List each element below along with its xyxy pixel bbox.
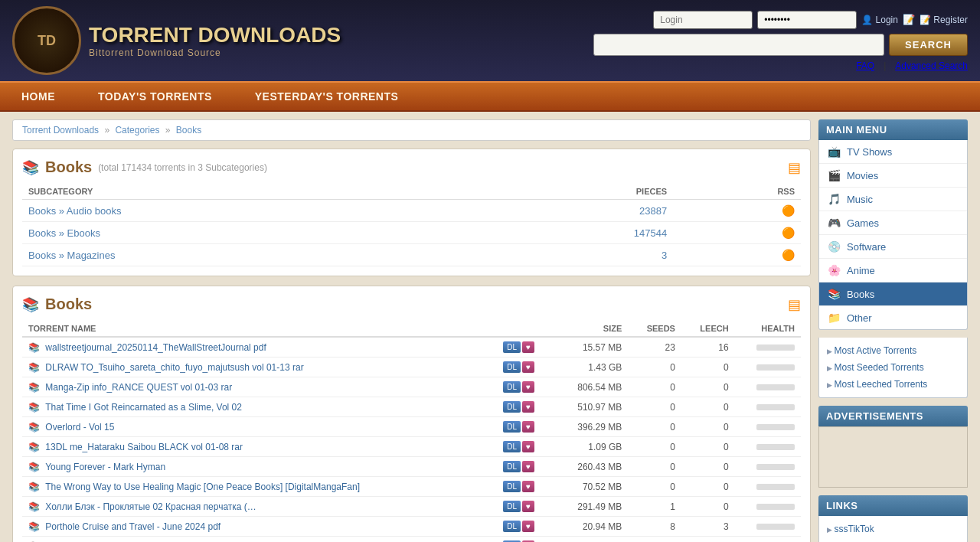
pieces-count: 147544 <box>477 222 674 244</box>
magnet-button[interactable]: ♥ <box>522 521 534 532</box>
download-button[interactable]: DL <box>503 361 521 373</box>
torrent-link[interactable]: wallstreetjournal_20250114_TheWallStreet… <box>45 342 266 353</box>
seeds-cell: 23 <box>628 337 681 358</box>
breadcrumb-books[interactable]: Books <box>176 125 201 136</box>
advanced-search-link[interactable]: Advanced Search <box>895 60 968 71</box>
torrent-link[interactable]: Manga-Zip info_RANCE QUEST vol 01-03 rar <box>45 382 232 393</box>
movies-icon: 🎬 <box>827 169 841 181</box>
table-row: 📚 wallstreetjournal_20250114_TheWallStre… <box>22 337 801 358</box>
download-button[interactable]: DL <box>503 501 521 512</box>
torrent-link[interactable]: Холли Блэк - Проклятые 02 Красная перчат… <box>45 501 256 512</box>
faq-link[interactable]: FAQ <box>856 60 874 71</box>
health-bar <box>756 484 795 490</box>
sidebar-item-software[interactable]: 💿 Software <box>819 235 967 259</box>
magnet-button[interactable]: ♥ <box>522 401 534 413</box>
sidebar-item-books[interactable]: 📚 Books <box>819 282 967 306</box>
active-link[interactable]: Most Seeded Torrents <box>819 359 967 376</box>
magnet-button[interactable]: ♥ <box>522 361 534 373</box>
rss-icon[interactable]: 🟠 <box>782 249 795 261</box>
login-input[interactable] <box>653 11 753 29</box>
breadcrumb-categories[interactable]: Categories <box>115 125 159 136</box>
music-icon: 🎵 <box>827 193 841 205</box>
rss-icon-torrents[interactable]: ▤ <box>788 296 801 313</box>
logo-image: TD <box>12 6 81 75</box>
external-link[interactable]: LimeTorrents <box>819 537 967 542</box>
register-link[interactable]: Register <box>920 15 968 25</box>
password-input[interactable] <box>757 11 857 29</box>
leech-cell: 3 <box>681 517 735 537</box>
download-button[interactable]: DL <box>503 461 521 472</box>
download-button[interactable]: DL <box>503 341 521 353</box>
health-bar <box>756 504 795 510</box>
sidebar-item-other[interactable]: 📁 Other <box>819 306 967 329</box>
content-area: Torrent Downloads » Categories » Books 📚… <box>12 119 811 542</box>
pieces-count: 23887 <box>477 200 674 222</box>
active-links: Most Active TorrentsMost Seeded Torrents… <box>818 338 968 398</box>
health-bar <box>756 364 795 371</box>
sidebar-item-games[interactable]: 🎮 Games <box>819 211 967 235</box>
col-size: SIZE <box>554 321 628 337</box>
login-link[interactable]: Login <box>861 15 898 25</box>
magnet-button[interactable]: ♥ <box>522 421 534 433</box>
torrent-link[interactable]: 13DL me_Hataraku Saibou BLACK vol 01-08 … <box>45 442 243 452</box>
col-leech: LEECH <box>681 321 735 337</box>
torrent-link[interactable]: Young Forever - Mark Hyman <box>45 462 165 472</box>
download-button[interactable]: DL <box>503 401 521 413</box>
col-rss: RSS <box>673 184 801 200</box>
seeds-cell: 0 <box>628 417 681 437</box>
size-cell: 70.52 MB <box>554 477 628 497</box>
download-button[interactable]: DL <box>503 421 521 433</box>
magnet-button[interactable]: ♥ <box>522 441 534 452</box>
rss-icon[interactable]: 🟠 <box>782 204 795 217</box>
torrent-link[interactable]: That Time I Got Reincarnated as a Slime,… <box>45 402 242 413</box>
torrent-name-cell: 📚 Porthole Cruise and Travel - June 2024… <box>22 517 497 537</box>
download-button[interactable]: DL <box>503 481 521 492</box>
nav-yesterdays-torrents[interactable]: YESTERDAY'S TORRENTS <box>234 83 420 110</box>
active-link[interactable]: Most Active Torrents <box>819 342 967 359</box>
magnet-button[interactable]: ♥ <box>522 381 534 393</box>
subcategory-link[interactable]: Books » Audio books <box>28 205 121 217</box>
health-bar <box>756 524 795 530</box>
torrent-link[interactable]: Porthole Cruise and Travel - June 2024 p… <box>45 521 220 532</box>
torrent-link[interactable]: Overlord - Vol 15 <box>45 422 114 433</box>
download-button[interactable]: DL <box>503 381 521 393</box>
magnet-button[interactable]: ♥ <box>522 341 534 353</box>
nav-home[interactable]: HOME <box>0 83 77 110</box>
leech-cell: 0 <box>681 497 735 517</box>
search-input[interactable] <box>593 34 884 56</box>
rss-icon-category[interactable]: ▤ <box>788 159 801 176</box>
nav-todays-torrents[interactable]: TODAY'S TORRENTS <box>77 83 234 110</box>
table-row: 📚 DLRAW TO_Tsuiho_sareta_chito_fuyo_maju… <box>22 358 801 377</box>
seeds-cell: 0 <box>628 377 681 397</box>
sidebar-item-tv-shows[interactable]: 📺 TV Shows <box>819 140 967 164</box>
search-button[interactable]: SEARCH <box>889 34 968 56</box>
games-icon: 🎮 <box>827 217 841 229</box>
col-seeds: SEEDS <box>628 321 681 337</box>
download-buttons: DL♥ <box>497 497 554 517</box>
sidebar-item-anime[interactable]: 🌸 Anime <box>819 259 967 282</box>
torrent-book-icon: 📚 <box>28 342 40 353</box>
sidebar-item-music[interactable]: 🎵 Music <box>819 188 967 211</box>
health-cell <box>735 417 801 437</box>
breadcrumb-torrent-downloads[interactable]: Torrent Downloads <box>22 125 99 136</box>
magnet-button[interactable]: ♥ <box>522 461 534 472</box>
size-cell: 4.26 GB <box>554 537 628 543</box>
external-link[interactable]: sssTikTok <box>819 521 967 537</box>
table-row: 📚 Overlord - Vol 15 DL♥ 396.29 MB 0 0 <box>22 417 801 437</box>
download-button[interactable]: DL <box>503 441 521 452</box>
download-buttons: DL♥ <box>497 358 554 377</box>
subcategory-link[interactable]: Books » Magazines <box>28 250 115 261</box>
rss-icon[interactable]: 🟠 <box>782 227 795 239</box>
torrent-link[interactable]: The Wrong Way to Use Healing Magic [One … <box>45 482 360 492</box>
header: TD TORRENT DOWNLOADS Bittorrent Download… <box>0 0 980 81</box>
download-buttons: DL♥ <box>497 397 554 417</box>
download-button[interactable]: DL <box>503 521 521 532</box>
magnet-button[interactable]: ♥ <box>522 501 534 512</box>
seeds-cell: 0 <box>628 397 681 417</box>
torrent-link[interactable]: DLRAW TO_Tsuiho_sareta_chito_fuyo_majuts… <box>45 362 303 373</box>
main-content: Torrent Downloads » Categories » Books 📚… <box>0 112 980 542</box>
active-link[interactable]: Most Leeched Torrents <box>819 376 967 393</box>
magnet-button[interactable]: ♥ <box>522 481 534 492</box>
subcategory-link[interactable]: Books » Ebooks <box>28 227 100 239</box>
sidebar-item-movies[interactable]: 🎬 Movies <box>819 164 967 188</box>
